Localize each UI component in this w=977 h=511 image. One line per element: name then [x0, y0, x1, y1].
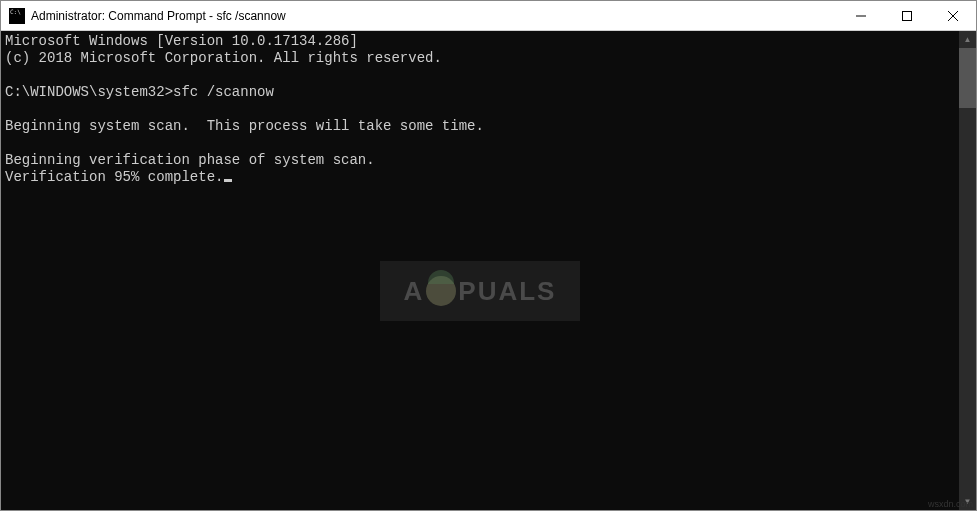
scroll-up-arrow-icon[interactable]: ▲	[959, 31, 976, 48]
output-line: Beginning system scan. This process will…	[5, 118, 484, 134]
window-title: Administrator: Command Prompt - sfc /sca…	[31, 9, 838, 23]
text-cursor	[224, 179, 232, 182]
output-line: Verification 95% complete.	[5, 169, 223, 185]
watermark-text-right: PUALS	[458, 283, 556, 300]
scroll-thumb[interactable]	[959, 48, 976, 108]
titlebar[interactable]: Administrator: Command Prompt - sfc /sca…	[1, 1, 976, 31]
watermark-overlay: A PUALS	[380, 261, 580, 321]
cmd-icon	[9, 8, 25, 24]
svg-rect-1	[903, 11, 912, 20]
window-controls	[838, 1, 976, 30]
close-button[interactable]	[930, 1, 976, 30]
source-label: wsxdn.com	[928, 499, 973, 509]
maximize-button[interactable]	[884, 1, 930, 30]
minimize-button[interactable]	[838, 1, 884, 30]
watermark-face-icon	[426, 276, 456, 306]
vertical-scrollbar[interactable]: ▲ ▼	[959, 31, 976, 510]
command-prompt-window: Administrator: Command Prompt - sfc /sca…	[0, 0, 977, 511]
output-line: Beginning verification phase of system s…	[5, 152, 375, 168]
output-line: (c) 2018 Microsoft Corporation. All righ…	[5, 50, 442, 66]
watermark-text-left: A	[404, 283, 425, 300]
console-area: Microsoft Windows [Version 10.0.17134.28…	[1, 31, 976, 510]
output-line: Microsoft Windows [Version 10.0.17134.28…	[5, 33, 358, 49]
console-output[interactable]: Microsoft Windows [Version 10.0.17134.28…	[1, 31, 959, 510]
prompt-line: C:\WINDOWS\system32>sfc /scannow	[5, 84, 274, 100]
